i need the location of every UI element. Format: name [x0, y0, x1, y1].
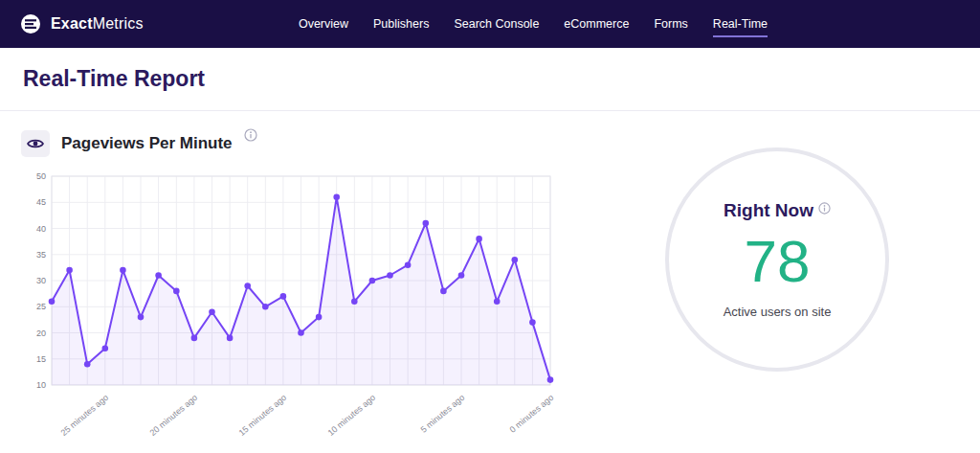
nav-item-overview[interactable]: Overview [299, 11, 348, 37]
svg-text:20 minutes ago: 20 minutes ago [148, 393, 200, 438]
pageviews-panel-header: Pageviews Per Minute [21, 126, 574, 161]
brand-name-regular: Metrics [93, 15, 144, 32]
top-navbar: ExactMetrics Overview Publishers Search … [0, 0, 980, 48]
pageviews-chart[interactable]: 10152025303540455025 minutes ago20 minut… [21, 167, 574, 450]
right-now-widget: Right Now 78 Active users on site [574, 126, 980, 450]
svg-text:50: 50 [36, 171, 46, 181]
pageviews-line-chart: 10152025303540455025 minutes ago20 minut… [21, 167, 562, 446]
nav-links: Overview Publishers Search Console eComm… [299, 11, 768, 37]
brand-name: ExactMetrics [51, 15, 144, 33]
svg-text:45: 45 [36, 197, 46, 207]
nav-item-real-time[interactable]: Real-Time [713, 11, 768, 37]
pageviews-info-icon[interactable] [244, 128, 257, 142]
right-now-header: Right Now [724, 200, 831, 221]
svg-text:10: 10 [36, 380, 46, 390]
brand-name-bold: Exact [51, 15, 93, 32]
right-now-title: Right Now [724, 200, 813, 221]
nav-item-ecommerce[interactable]: eCommerce [564, 11, 629, 37]
svg-text:20: 20 [36, 328, 46, 338]
active-users-count: 78 [745, 229, 811, 294]
svg-text:25 minutes ago: 25 minutes ago [59, 393, 111, 438]
nav-item-forms[interactable]: Forms [654, 11, 687, 37]
eye-icon [27, 137, 44, 150]
svg-text:30: 30 [36, 276, 46, 285]
nav-item-search-console[interactable]: Search Console [454, 11, 539, 37]
svg-text:10 minutes ago: 10 minutes ago [326, 393, 378, 438]
main-content: Pageviews Per Minute 1015202530354045502… [0, 111, 980, 450]
pageviews-title: Pageviews Per Minute [61, 134, 233, 153]
exactmetrics-logo[interactable]: ExactMetrics [19, 0, 144, 48]
svg-text:5 minutes ago: 5 minutes ago [419, 393, 467, 435]
pageviews-panel: Pageviews Per Minute 1015202530354045502… [0, 126, 574, 450]
nav-item-publishers[interactable]: Publishers [373, 11, 429, 37]
svg-text:15: 15 [36, 354, 46, 364]
right-now-circle: Right Now 78 Active users on site [665, 147, 889, 372]
page-title: Real-Time Report [23, 66, 205, 92]
page-header: Real-Time Report [0, 48, 980, 111]
right-now-info-icon[interactable] [818, 202, 831, 215]
svg-text:35: 35 [36, 250, 46, 260]
svg-text:15 minutes ago: 15 minutes ago [237, 393, 289, 438]
exactmetrics-logo-icon [19, 12, 42, 35]
eye-chip [21, 130, 50, 157]
active-users-label: Active users on site [724, 305, 832, 319]
svg-text:0 minutes ago: 0 minutes ago [508, 393, 556, 435]
svg-text:40: 40 [36, 224, 46, 234]
svg-text:25: 25 [36, 302, 46, 311]
